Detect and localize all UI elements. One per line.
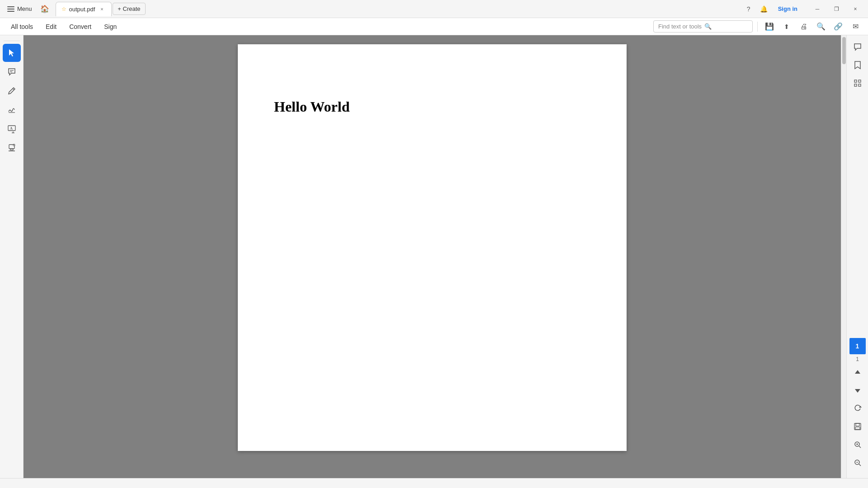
menu-sign[interactable]: Sign [99,21,122,33]
title-bar: Menu 🏠 ☆ output.pdf × + Create ? 🔔 Sign … [0,0,868,18]
bookmark-panel-button[interactable] [849,57,866,73]
zoom-button[interactable]: 🔍 [814,19,828,34]
star-icon: ☆ [61,6,66,12]
svg-rect-16 [854,84,857,86]
search-placeholder: Find text or tools [658,23,702,30]
pencil-icon [7,86,16,95]
help-button[interactable]: ? [742,3,755,15]
home-button[interactable]: 🏠 [38,2,52,16]
zoom-icon: 🔍 [816,22,826,31]
svg-text:A: A [10,127,13,131]
tab-output-pdf[interactable]: ☆ output.pdf × [56,2,112,16]
sign-in-button[interactable]: Sign in [773,3,803,14]
stamp-icon: ✓ [7,143,16,152]
svg-rect-10 [10,149,13,150]
new-tab-button[interactable]: + Create [113,3,145,15]
pdf-content: Hello World [238,44,627,169]
help-icon: ? [747,5,750,13]
print-icon: 🖨 [800,23,807,31]
save-icon: 💾 [765,22,774,31]
menu-label: Menu [17,5,32,12]
grid-panel-icon [854,79,862,87]
draw-tool-button[interactable] [3,82,21,100]
nav-up-button[interactable] [849,364,866,380]
cursor-icon [7,48,16,57]
link-icon: 🔗 [834,22,843,31]
svg-line-25 [859,446,861,448]
save-button[interactable]: 💾 [762,19,777,34]
select-tool-button[interactable] [3,44,21,62]
svg-marker-0 [9,49,14,56]
save-page-button[interactable] [849,418,866,435]
search-bar[interactable]: Find text or tools 🔍 [653,20,753,33]
zoom-in-icon [854,441,862,449]
left-sidebar: A ✓ [0,35,24,478]
svg-marker-19 [855,389,860,393]
svg-line-3 [13,89,14,90]
stamp-tool-button[interactable]: ✓ [3,139,21,157]
text-tool-icon: A [7,124,16,133]
nav-up-icon [854,369,861,375]
pdf-main-text: Hello World [274,99,590,115]
upload-button[interactable]: ⬆ [779,19,794,34]
window-controls: ─ ❐ × [808,2,864,16]
search-icon: 🔍 [704,23,712,30]
svg-line-29 [859,464,861,466]
menu-all-tools[interactable]: All tools [5,21,38,33]
text-tool-button[interactable]: A [3,120,21,138]
save-page-icon [854,422,862,431]
title-bar-left: Menu 🏠 [4,2,52,16]
zoom-out-button[interactable] [849,455,866,471]
zoom-in-button[interactable] [849,436,866,453]
toolbar-divider-1 [757,22,758,32]
signature-tool-button[interactable] [3,101,21,119]
svg-marker-18 [855,370,860,374]
tab-bar: ☆ output.pdf × + Create [56,2,738,16]
close-button[interactable]: × [846,2,864,16]
comment-tool-button[interactable] [3,63,21,81]
page-count: 1 [856,356,859,362]
page-number-indicator: 1 [849,338,866,354]
nav-down-button[interactable] [849,382,866,399]
upload-icon: ⬆ [784,23,789,30]
svg-text:✓: ✓ [13,144,14,146]
menu-bar-right: Find text or tools 🔍 💾 ⬆ 🖨 🔍 🔗 ✉ [653,19,863,34]
hamburger-icon [7,6,14,12]
menu-convert[interactable]: Convert [64,21,97,33]
signature-icon [7,105,16,114]
svg-rect-23 [855,427,860,429]
comment-panel-button[interactable] [849,39,866,55]
svg-rect-22 [856,423,859,426]
bookmark-panel-icon [854,61,862,70]
tool-divider-top [4,41,20,41]
restore-button[interactable]: ❐ [827,2,845,16]
email-button[interactable]: ✉ [848,19,863,34]
title-bar-right: ? 🔔 Sign in ─ ❐ × [742,2,864,16]
minimize-button[interactable]: ─ [808,2,826,16]
pdf-page: Hello World [238,44,627,451]
vertical-scrollbar[interactable] [841,35,846,478]
svg-rect-17 [859,84,861,86]
svg-rect-14 [854,80,857,82]
comment-panel-icon [853,42,862,52]
refresh-icon [854,404,862,413]
comment-icon [7,67,16,76]
svg-rect-15 [859,80,861,82]
email-icon: ✉ [853,22,859,31]
menu-bar: All tools Edit Convert Sign Find text or… [0,18,868,35]
tab-label: output.pdf [69,6,95,13]
menu-button[interactable]: Menu [4,4,36,14]
status-bar [0,478,868,488]
link-button[interactable]: 🔗 [831,19,845,34]
zoom-out-icon [854,459,862,467]
menu-edit[interactable]: Edit [40,21,62,33]
refresh-button[interactable] [849,400,866,417]
pdf-viewer[interactable]: Hello World [24,35,841,478]
grid-panel-button[interactable] [849,75,866,91]
notification-button[interactable]: 🔔 [757,3,771,15]
scroll-thumb[interactable] [842,37,846,64]
bell-icon: 🔔 [760,5,768,13]
print-button[interactable]: 🖨 [797,19,811,34]
right-sidebar: 1 1 [846,35,868,478]
close-tab-button[interactable]: × [98,5,106,13]
